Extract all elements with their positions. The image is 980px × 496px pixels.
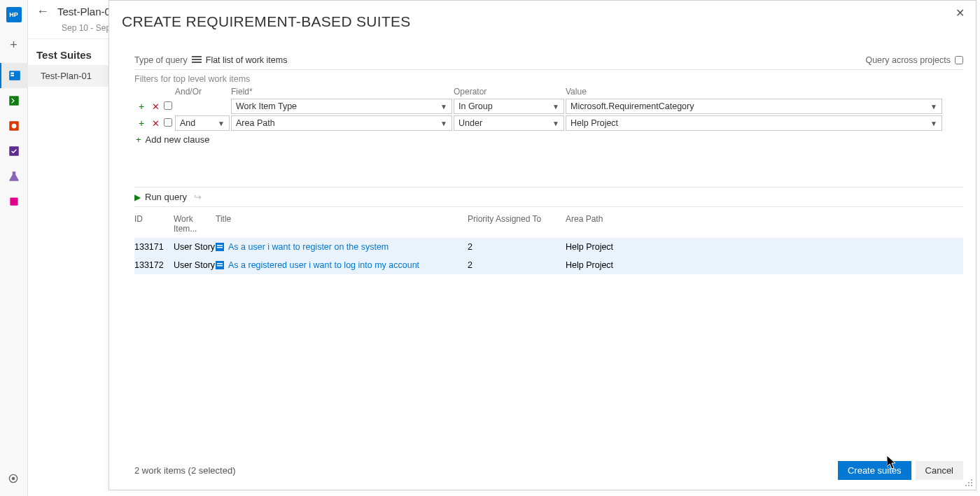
value-dropdown[interactable]: Microsoft.RequirementCategory▼: [566, 99, 942, 114]
filter-row: + ✕ Work Item Type▼ In Group▼ Microsoft.…: [134, 98, 963, 115]
repos-icon: [8, 94, 20, 107]
close-icon[interactable]: ✕: [955, 6, 965, 20]
dialog-title: CREATE REQUIREMENT-BASED SUITES: [109, 1, 976, 36]
svg-point-19: [971, 479, 972, 481]
back-arrow-icon[interactable]: ←: [36, 4, 49, 19]
nav-boards[interactable]: [0, 63, 28, 88]
left-nav-rail: HP +: [0, 0, 28, 496]
play-icon: ▶: [134, 192, 141, 202]
col-assigned[interactable]: Assigned To: [496, 214, 566, 234]
add-icon[interactable]: +: [6, 36, 22, 53]
create-suites-button[interactable]: Create suites: [838, 461, 911, 480]
remove-clause-icon[interactable]: ✕: [148, 118, 162, 129]
col-id[interactable]: ID: [134, 214, 174, 234]
svg-point-22: [968, 482, 969, 483]
filters-heading: Filters for top level work items: [134, 70, 963, 85]
table-row[interactable]: 133172 User Story As a registered user i…: [134, 256, 963, 274]
operator-dropdown[interactable]: Under▼: [454, 115, 564, 131]
create-suites-dialog: CREATE REQUIREMENT-BASED SUITES ✕ Type o…: [108, 0, 976, 490]
run-query-button[interactable]: ▶ Run query: [134, 192, 187, 202]
field-dropdown[interactable]: Area Path▼: [231, 115, 452, 131]
nav-artifacts[interactable]: [0, 189, 28, 214]
cancel-button[interactable]: Cancel: [916, 461, 963, 480]
add-clause-icon[interactable]: +: [134, 118, 148, 129]
cell-id: 133171: [134, 242, 174, 252]
col-operator: Operator: [454, 87, 566, 97]
clause-checkbox[interactable]: [164, 118, 172, 127]
svg-rect-17: [217, 263, 223, 264]
add-clause-label: Add new clause: [146, 134, 210, 145]
add-new-clause-button[interactable]: + Add new clause: [134, 132, 963, 145]
col-title[interactable]: Title: [216, 214, 468, 234]
resize-grip-icon[interactable]: [965, 479, 973, 487]
nav-pipelines[interactable]: [0, 113, 28, 139]
svg-point-20: [971, 482, 972, 483]
andor-dropdown[interactable]: And▼: [175, 115, 230, 131]
svg-rect-15: [217, 247, 223, 248]
svg-rect-18: [217, 265, 223, 267]
filter-row: + ✕ And▼ Area Path▼ Under▼ Help Project▼: [134, 115, 963, 132]
svg-rect-7: [10, 197, 18, 205]
nav-testplans[interactable]: [0, 139, 28, 164]
col-area[interactable]: Area Path: [566, 214, 776, 234]
field-dropdown[interactable]: Work Item Type▼: [231, 99, 452, 114]
cell-wit: User Story: [174, 242, 216, 252]
plus-icon: +: [136, 134, 141, 145]
svg-rect-12: [192, 62, 202, 63]
run-query-label: Run query: [145, 192, 187, 202]
svg-point-21: [971, 485, 972, 486]
svg-point-24: [965, 485, 967, 486]
andor-dropdown[interactable]: [175, 99, 230, 114]
query-across-label: Query across projects: [865, 55, 951, 65]
cell-area: Help Project: [566, 260, 776, 270]
table-row[interactable]: 133171 User Story As a user i want to re…: [134, 238, 963, 256]
svg-point-23: [968, 485, 969, 486]
nav-flask[interactable]: [0, 164, 28, 189]
query-across-checkbox[interactable]: [955, 56, 963, 64]
svg-rect-6: [9, 146, 19, 156]
col-field: Field*: [231, 87, 454, 97]
col-priority[interactable]: Priority: [468, 214, 496, 234]
user-story-icon: [216, 261, 224, 269]
redo-icon[interactable]: ↪: [194, 192, 202, 202]
svg-rect-1: [10, 73, 14, 74]
remove-clause-icon[interactable]: ✕: [148, 101, 162, 112]
cell-id: 133172: [134, 260, 174, 270]
cell-priority: 2: [468, 242, 496, 252]
svg-rect-11: [192, 59, 202, 60]
svg-point-9: [12, 477, 15, 481]
page-title: Test-Plan-01: [57, 6, 116, 17]
project-badge[interactable]: HP: [6, 7, 22, 22]
pipelines-icon: [8, 120, 20, 132]
cell-priority: 2: [468, 260, 496, 270]
flask-icon: [8, 170, 20, 183]
operator-dropdown[interactable]: In Group▼: [454, 99, 564, 114]
query-type-label: Type of query: [134, 55, 188, 65]
col-wit[interactable]: Work Item...: [174, 214, 216, 234]
col-value: Value: [566, 87, 944, 97]
svg-rect-10: [192, 56, 202, 57]
value-dropdown[interactable]: Help Project▼: [566, 115, 942, 131]
work-item-link[interactable]: As a registered user i want to log into …: [228, 260, 419, 270]
nav-repos[interactable]: [0, 88, 28, 113]
clause-checkbox[interactable]: [164, 101, 172, 110]
svg-point-5: [11, 124, 16, 129]
add-clause-icon[interactable]: +: [134, 101, 148, 112]
svg-rect-14: [217, 245, 223, 246]
svg-rect-2: [10, 75, 14, 76]
work-item-link[interactable]: As a user i want to register on the syst…: [228, 242, 388, 252]
selection-status: 2 work items (2 selected): [134, 465, 236, 476]
boards-icon: [8, 69, 21, 82]
artifacts-icon: [8, 195, 20, 208]
user-story-icon: [216, 243, 224, 251]
cell-area: Help Project: [566, 242, 776, 252]
query-type-value[interactable]: Flat list of work items: [206, 55, 288, 65]
testplans-icon: [8, 145, 20, 157]
settings-icon[interactable]: [7, 472, 20, 488]
col-andor: And/Or: [175, 87, 231, 97]
cell-wit: User Story: [174, 260, 216, 270]
flat-list-icon: [192, 55, 202, 65]
